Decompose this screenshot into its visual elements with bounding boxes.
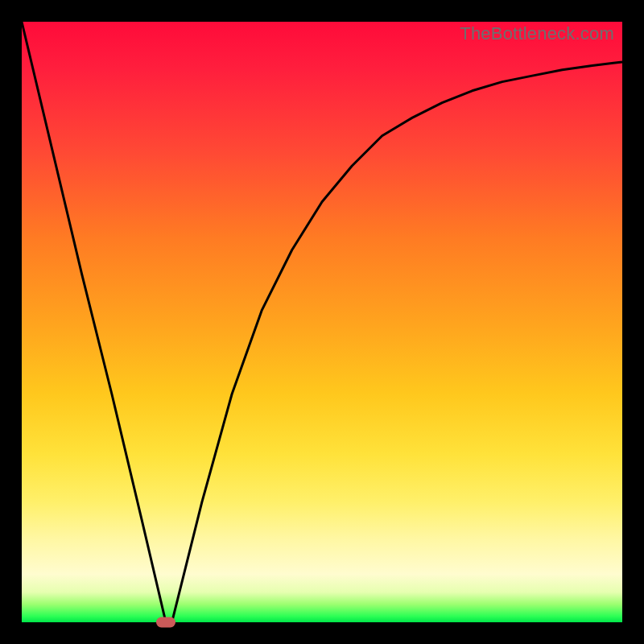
curve-svg xyxy=(22,22,622,622)
chart-frame: TheBottleneck.com xyxy=(0,0,644,644)
bottleneck-curve-path xyxy=(22,22,622,622)
plot-area: TheBottleneck.com xyxy=(22,22,622,622)
optimal-point-marker xyxy=(156,617,175,628)
